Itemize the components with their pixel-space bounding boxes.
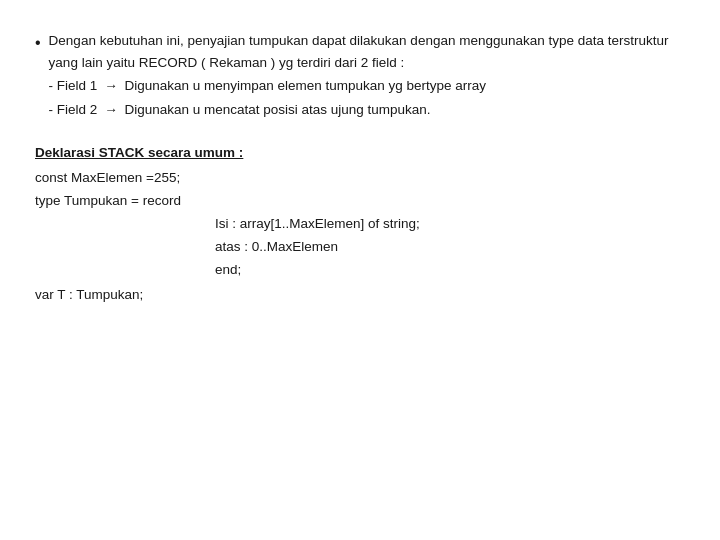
- field2-arrow: →: [104, 99, 118, 121]
- field1-line: - Field 1 → Digunakan u menyimpan elemen…: [49, 75, 685, 97]
- code-line5: end;: [35, 259, 685, 282]
- paragraph1: Dengan kebutuhan ini, penyajian tumpukan…: [49, 30, 685, 73]
- field2-label: - Field 2: [49, 102, 98, 117]
- page-container: • Dengan kebutuhan ini, penyajian tumpuk…: [0, 0, 720, 540]
- var-line: var T : Tumpukan;: [35, 284, 685, 307]
- code-line1: const MaxElemen =255;: [35, 167, 685, 190]
- code-line2: type Tumpukan = record: [35, 190, 685, 213]
- bullet-content: Dengan kebutuhan ini, penyajian tumpukan…: [49, 30, 685, 122]
- code-block: const MaxElemen =255; type Tumpukan = re…: [35, 167, 685, 307]
- field2-line: - Field 2 → Digunakan u mencatat posisi …: [49, 99, 685, 121]
- code-line3: Isi : array[1..MaxElemen] of string;: [35, 213, 685, 236]
- deklarasi-section: Deklarasi STACK secara umum : const MaxE…: [35, 142, 685, 307]
- deklarasi-title: Deklarasi STACK secara umum :: [35, 142, 685, 165]
- code-line4: atas : 0..MaxElemen: [35, 236, 685, 259]
- field1-label: - Field 1: [49, 78, 98, 93]
- field2-text: Digunakan u mencatat posisi atas ujung t…: [124, 102, 430, 117]
- field1-text: Digunakan u menyimpan elemen tumpukan yg…: [124, 78, 486, 93]
- bullet-section: • Dengan kebutuhan ini, penyajian tumpuk…: [35, 30, 685, 122]
- field1-arrow: →: [104, 75, 118, 97]
- bullet-symbol: •: [35, 31, 41, 122]
